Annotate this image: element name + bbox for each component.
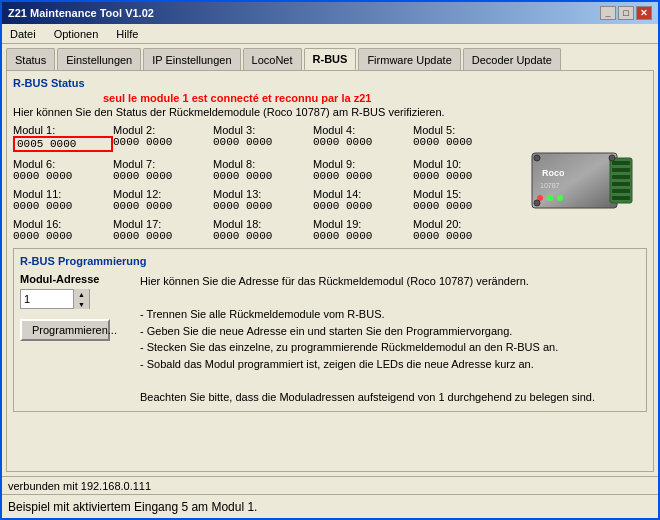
module-10-value: 0000 0000 [413, 170, 513, 182]
module-6-value: 0000 0000 [13, 170, 113, 182]
titlebar-buttons: _ □ ✕ [600, 6, 652, 20]
module-cell-13: Modul 13: 0000 0000 [213, 188, 313, 212]
rbus-programming-section: R-BUS Programmierung Modul-Adresse ▲ ▼ P… [13, 248, 647, 412]
module-7-label: Modul 7: [113, 158, 213, 170]
module-cell-10: Modul 10: 0000 0000 [413, 158, 513, 182]
module-4-label: Modul 4: [313, 124, 413, 136]
module-cell-5: Modul 5: 0000 0000 [413, 124, 513, 152]
svg-point-12 [557, 195, 563, 201]
titlebar: Z21 Maintenance Tool V1.02 _ □ ✕ [2, 2, 658, 24]
module-cell-11: Modul 11: 0000 0000 [13, 188, 113, 212]
prog-instructions: Hier können Sie die Adresse für das Rück… [140, 273, 640, 405]
svg-rect-7 [612, 196, 630, 200]
menu-optionen[interactable]: Optionen [50, 27, 103, 41]
module-cell-3: Modul 3: 0000 0000 [213, 124, 313, 152]
tab-ip-einstellungen[interactable]: IP Einstellungen [143, 48, 240, 70]
spinner-down-button[interactable]: ▼ [74, 299, 89, 309]
module-cell-7: Modul 7: 0000 0000 [113, 158, 213, 182]
roco-device-svg: Roco 10787 [522, 138, 642, 228]
module-18-value: 0000 0000 [213, 230, 313, 242]
module-6-label: Modul 6: [13, 158, 113, 170]
module-18-label: Modul 18: [213, 218, 313, 230]
module-13-value: 0000 0000 [213, 200, 313, 212]
spinner-buttons: ▲ ▼ [73, 289, 89, 309]
module-8-label: Modul 8: [213, 158, 313, 170]
programmieren-button[interactable]: Programmieren... [20, 319, 110, 341]
svg-point-11 [547, 195, 553, 201]
module-cell-12: Modul 12: 0000 0000 [113, 188, 213, 212]
window-title: Z21 Maintenance Tool V1.02 [8, 7, 154, 19]
module-16-value: 0000 0000 [13, 230, 113, 242]
module-9-value: 0000 0000 [313, 170, 413, 182]
menu-datei[interactable]: Datei [6, 27, 40, 41]
modul-adresse-spinner[interactable]: ▲ ▼ [20, 289, 90, 309]
minimize-button[interactable]: _ [600, 6, 616, 20]
module-5-label: Modul 5: [413, 124, 513, 136]
svg-point-14 [609, 155, 615, 161]
tab-firmware-update[interactable]: Firmware Update [358, 48, 460, 70]
menu-hilfe[interactable]: Hilfe [112, 27, 142, 41]
svg-point-13 [534, 155, 540, 161]
module-7-value: 0000 0000 [113, 170, 213, 182]
module-8-value: 0000 0000 [213, 170, 313, 182]
modul-adresse-input[interactable] [21, 292, 73, 306]
prog-section-title: R-BUS Programmierung [20, 255, 640, 267]
tab-status[interactable]: Status [6, 48, 55, 70]
svg-rect-3 [612, 168, 630, 172]
tab-r-bus[interactable]: R-BUS [304, 48, 357, 70]
maximize-button[interactable]: □ [618, 6, 634, 20]
module-5-value: 0000 0000 [413, 136, 513, 148]
module-cell-8: Modul 8: 0000 0000 [213, 158, 313, 182]
module-10-label: Modul 10: [413, 158, 513, 170]
module-17-label: Modul 17: [113, 218, 213, 230]
module-cell-4: Modul 4: 0000 0000 [313, 124, 413, 152]
rbus-status-section: R-BUS Status seul le module 1 est connec… [13, 77, 647, 242]
prog-left: Modul-Adresse ▲ ▼ Programmieren... [20, 273, 130, 405]
module-row-1: Modul 1: 0005 0000 Modul 2: 0000 0000 Mo… [13, 124, 513, 152]
module-13-label: Modul 13: [213, 188, 313, 200]
content-area: R-BUS Status seul le module 1 est connec… [6, 70, 654, 472]
module-row-4: Modul 16: 0000 0000 Modul 17: 0000 0000 … [13, 218, 513, 242]
module-15-label: Modul 15: [413, 188, 513, 200]
prog-instruction-2: - Trennen Sie alle Rückmeldemodule vom R… [140, 308, 385, 320]
tab-loconet[interactable]: LocoNet [243, 48, 302, 70]
status-and-image: Modul 1: 0005 0000 Modul 2: 0000 0000 Mo… [13, 124, 647, 242]
svg-rect-0 [532, 153, 617, 208]
prog-instruction-4: - Stecken Sie das einzelne, zu programmi… [140, 341, 558, 353]
modul-adresse-label: Modul-Adresse [20, 273, 130, 285]
prog-instruction-6: Beachten Sie bitte, dass die Moduladress… [140, 391, 595, 403]
caption: Beispiel mit aktiviertem Eingang 5 am Mo… [2, 494, 658, 518]
module-cell-17: Modul 17: 0000 0000 [113, 218, 213, 242]
module-16-label: Modul 16: [13, 218, 113, 230]
module-1-value: 0005 0000 [13, 136, 113, 152]
svg-point-15 [534, 200, 540, 206]
menubar: Datei Optionen Hilfe [2, 24, 658, 44]
device-image: Roco 10787 [517, 124, 647, 242]
module-cell-20: Modul 20: 0000 0000 [413, 218, 513, 242]
statusbar-text: verbunden mit 192.168.0.111 [8, 480, 151, 492]
statusbar: verbunden mit 192.168.0.111 [2, 476, 658, 494]
tab-einstellungen[interactable]: Einstellungen [57, 48, 141, 70]
status-desc: Hier können Sie den Status der Rückmelde… [13, 106, 647, 118]
caption-text: Beispiel mit aktiviertem Eingang 5 am Mo… [8, 500, 257, 514]
module-row-2: Modul 6: 0000 0000 Modul 7: 0000 0000 Mo… [13, 158, 513, 182]
svg-text:10787: 10787 [540, 182, 560, 189]
module-1-label: Modul 1: [13, 124, 113, 136]
module-cell-1: Modul 1: 0005 0000 [13, 124, 113, 152]
module-14-value: 0000 0000 [313, 200, 413, 212]
module-20-value: 0000 0000 [413, 230, 513, 242]
tab-decoder-update[interactable]: Decoder Update [463, 48, 561, 70]
module-11-value: 0000 0000 [13, 200, 113, 212]
module-2-value: 0000 0000 [113, 136, 213, 148]
close-button[interactable]: ✕ [636, 6, 652, 20]
spinner-up-button[interactable]: ▲ [74, 289, 89, 299]
module-15-value: 0000 0000 [413, 200, 513, 212]
module-12-label: Modul 12: [113, 188, 213, 200]
prog-instruction-3: - Geben Sie die neue Adresse ein und sta… [140, 325, 512, 337]
module-cell-9: Modul 9: 0000 0000 [313, 158, 413, 182]
module-cell-6: Modul 6: 0000 0000 [13, 158, 113, 182]
module-3-value: 0000 0000 [213, 136, 313, 148]
status-note: seul le module 1 est connecté et reconnu… [103, 92, 647, 104]
module-19-label: Modul 19: [313, 218, 413, 230]
module-cell-14: Modul 14: 0000 0000 [313, 188, 413, 212]
